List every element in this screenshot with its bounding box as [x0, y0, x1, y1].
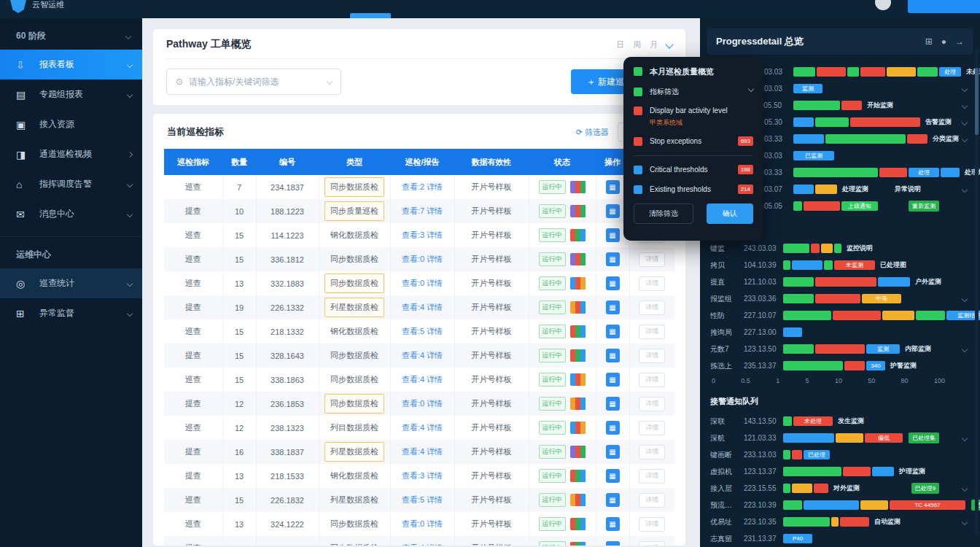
- scrollbar-thumb[interactable]: [975, 68, 979, 135]
- row-edit-button[interactable]: ▦: [606, 252, 620, 266]
- popup-clear-button[interactable]: 清除筛选: [634, 203, 693, 224]
- theme-circle-icon[interactable]: ●: [941, 36, 946, 47]
- row-expand-chevron-icon[interactable]: [962, 102, 968, 108]
- sidebar-item-report-rows[interactable]: ▤专题组报表: [0, 79, 142, 109]
- row-detail-link[interactable]: 查看:7 详情: [402, 206, 443, 215]
- row-expand-chevron-icon[interactable]: [962, 485, 968, 491]
- column-header[interactable]: 巡检指标: [164, 149, 222, 175]
- row-edit-button[interactable]: ▦: [606, 517, 620, 531]
- row-more-button[interactable]: 详情: [639, 373, 665, 387]
- user-avatar[interactable]: [875, 0, 891, 10]
- row-edit-button[interactable]: ▦: [606, 325, 620, 338]
- row-expand-chevron-icon[interactable]: [962, 119, 968, 125]
- row-edit-button[interactable]: ▦: [606, 204, 620, 218]
- popup-legend-item[interactable]: Display bar activity level甲类系统域: [634, 106, 753, 127]
- search-select[interactable]: ⊙ 请输入指标/关键词筛选: [166, 69, 341, 95]
- sidebar-item-mail[interactable]: ✉消息中心: [0, 199, 142, 229]
- row-expand-chevron-icon[interactable]: [962, 85, 968, 91]
- popup-legend-item[interactable]: Critical thresholds198: [634, 165, 753, 175]
- row-detail-link[interactable]: 查看:0 详情: [402, 399, 443, 408]
- sidebar-item-home[interactable]: ⌂指挥调度告警: [0, 169, 142, 199]
- row-more-button[interactable]: 详情: [639, 517, 665, 532]
- row-edit-button[interactable]: ▦: [606, 397, 620, 411]
- row-detail-link[interactable]: 查看:4 详情: [402, 303, 443, 311]
- row-edit-button[interactable]: ▦: [606, 300, 620, 314]
- row-detail-link[interactable]: 查看:2 详情: [402, 182, 443, 191]
- row-expand-chevron-icon[interactable]: [962, 136, 968, 141]
- sidebar-item-video[interactable]: ◨通道巡检视频: [0, 139, 142, 169]
- row-detail-link[interactable]: 查看:4 详情: [402, 423, 443, 432]
- row-detail-link[interactable]: 查看:0 详情: [402, 519, 443, 528]
- row-edit-button[interactable]: ▦: [606, 373, 620, 387]
- arrow-right-icon[interactable]: →: [955, 36, 964, 47]
- row-more-button[interactable]: 详情: [639, 325, 665, 339]
- row-expand-chevron-icon[interactable]: [962, 186, 968, 192]
- row-detail-link[interactable]: 查看:0 详情: [402, 255, 443, 263]
- cell-status: 运行中: [529, 440, 596, 464]
- column-header[interactable]: 状态: [529, 149, 596, 175]
- row-more-button[interactable]: 详情: [639, 421, 665, 435]
- cell-status: 运行中: [529, 295, 596, 319]
- row-detail-link[interactable]: 查看:4 详情: [402, 351, 443, 360]
- row-detail-link[interactable]: 查看:4 详情: [402, 447, 443, 456]
- row-more-button[interactable]: 详情: [639, 349, 665, 363]
- row-expand-chevron-icon[interactable]: [962, 435, 968, 441]
- row-edit-button[interactable]: ▦: [606, 541, 620, 546]
- header-meta-item[interactable]: 月: [650, 39, 658, 50]
- sidebar-item-tray-download[interactable]: ⇩报表看板: [0, 50, 142, 79]
- table-row: 提查13218.1533钢化数据质检查看:3 详情开片号样板运行中▦详情: [164, 464, 674, 488]
- row-more-button[interactable]: 详情: [639, 493, 665, 508]
- row-detail-link[interactable]: 查看:0 详情: [402, 279, 443, 287]
- row-detail-link[interactable]: 查看:4 详情: [402, 375, 443, 384]
- popup-legend-item[interactable]: Stop exceptions693: [634, 136, 753, 147]
- sidebar-item-document[interactable]: ▣接入资源: [0, 109, 142, 139]
- row-more-button[interactable]: 详情: [639, 300, 665, 315]
- header-meta-item[interactable]: 日: [616, 39, 624, 50]
- panel-grid-icon[interactable]: ⊞: [925, 36, 933, 47]
- sidebar-item-grid[interactable]: ⊞异常监督: [0, 298, 142, 328]
- row-edit-button[interactable]: ▦: [606, 228, 620, 242]
- row-edit-button[interactable]: ▦: [606, 349, 620, 362]
- row-detail-link[interactable]: 查看:3 详情: [402, 471, 443, 480]
- row-expand-chevron-icon[interactable]: [962, 295, 968, 301]
- row-more-button[interactable]: 详情: [639, 252, 665, 267]
- sidebar-item-users[interactable]: ◎巡查统计: [0, 268, 142, 298]
- chevron-down-icon[interactable]: [665, 40, 673, 48]
- column-header[interactable]: 数据有效性: [454, 149, 529, 175]
- cell-more: 详情: [629, 392, 674, 416]
- column-header[interactable]: 数量: [222, 149, 256, 175]
- row-more-button[interactable]: 详情: [639, 469, 665, 484]
- row-detail-link[interactable]: 查看:4 详情: [402, 543, 443, 546]
- popup-confirm-button[interactable]: 确认: [707, 203, 753, 224]
- column-header[interactable]: 类型: [319, 149, 390, 175]
- row-detail-link[interactable]: 查看:3 详情: [402, 230, 443, 239]
- popup-legend-item[interactable]: 本月巡检质量概览: [634, 66, 753, 77]
- row-more-button[interactable]: 详情: [639, 541, 665, 546]
- row-edit-button[interactable]: ▦: [606, 469, 620, 483]
- row-expand-chevron-icon[interactable]: [962, 346, 968, 352]
- row-edit-button[interactable]: ▦: [606, 180, 620, 194]
- popup-legend-item[interactable]: Existing thresholds214: [634, 185, 753, 195]
- popup-legend-item[interactable]: 指标筛选: [634, 87, 753, 97]
- topbar-cta-button[interactable]: [908, 0, 980, 13]
- row-edit-button[interactable]: ▦: [606, 421, 620, 435]
- header-meta-item[interactable]: 周: [633, 39, 641, 50]
- column-header[interactable]: 巡检/报告: [390, 149, 454, 175]
- activity-row: 深航121.03.33偏低已处理集: [704, 430, 974, 446]
- row-edit-button[interactable]: ▦: [606, 276, 620, 290]
- cell-name: 提查: [164, 295, 222, 319]
- row-more-button[interactable]: 详情: [639, 397, 665, 411]
- row-detail-link[interactable]: 查看:5 详情: [402, 495, 443, 504]
- row-edit-button[interactable]: ▦: [606, 493, 620, 507]
- panel-scrollbar[interactable]: [975, 47, 979, 536]
- row-edit-button[interactable]: ▦: [606, 445, 620, 459]
- row-more-button[interactable]: 详情: [639, 276, 665, 291]
- row-detail-link[interactable]: 查看:5 详情: [402, 327, 443, 335]
- row-expand-chevron-icon[interactable]: [962, 519, 968, 524]
- column-header[interactable]: 编号: [256, 149, 319, 175]
- cell-source: 开片号样板: [454, 271, 529, 295]
- filter-link[interactable]: ⟳ 筛选器: [576, 127, 609, 138]
- axis-tick: 50: [868, 377, 875, 386]
- color-swatch: [570, 446, 586, 458]
- row-more-button[interactable]: 详情: [639, 445, 665, 459]
